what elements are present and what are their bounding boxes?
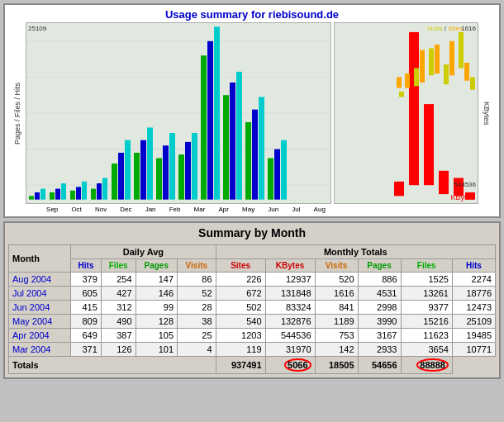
main-container: Usage summary for riebisound.de Pages / … — [0, 3, 504, 379]
month-link[interactable]: Apr 2004 — [12, 330, 50, 340]
totals-pages: 18505 — [315, 357, 358, 374]
summary-table: Month Daily Avg Monthly Totals Hits File… — [8, 244, 496, 374]
monthly-kbytes: 132876 — [265, 315, 315, 329]
svg-rect-19 — [125, 140, 131, 200]
svg-rect-10 — [61, 183, 66, 200]
monthly-visits: 753 — [315, 329, 358, 343]
svg-rect-55 — [449, 41, 454, 75]
svg-rect-44 — [439, 171, 449, 194]
daily-hits: 605 — [71, 287, 102, 301]
daily-pages: 99 — [136, 301, 177, 315]
chart-container: Usage summary for riebisound.de Pages / … — [3, 3, 501, 218]
header-row-1: Month Daily Avg Monthly Totals — [9, 245, 496, 259]
daily-hits: 371 — [71, 343, 102, 357]
monthly-pages: 2933 — [358, 343, 401, 357]
right-bar-chart: Visits / Sites 1616 544536 KBytes — [334, 22, 478, 204]
svg-rect-41 — [409, 32, 419, 185]
daily-visits: 52 — [178, 287, 216, 301]
svg-rect-34 — [236, 72, 242, 200]
monthly-pages: 3990 — [358, 315, 401, 329]
month-link[interactable]: Aug 2004 — [12, 274, 51, 284]
col-pages: Pages — [136, 259, 177, 273]
svg-rect-35 — [245, 122, 251, 200]
col-files2: Files — [401, 259, 452, 273]
col-sites: Sites — [216, 259, 265, 273]
circled-visits: 5066 — [284, 358, 311, 372]
svg-rect-43 — [394, 182, 404, 196]
month-link[interactable]: Jul 2004 — [12, 288, 47, 298]
monthly-pages: 2998 — [358, 301, 401, 315]
svg-rect-30 — [207, 41, 213, 200]
svg-rect-48 — [414, 69, 419, 87]
monthly-sites: 540 — [216, 315, 265, 329]
svg-rect-42 — [424, 104, 434, 185]
monthly-totals-header: Monthly Totals — [216, 245, 495, 259]
monthly-visits: 1616 — [315, 287, 358, 301]
table-row: Apr 2004 649 387 105 25 1203 544536 753 … — [9, 329, 496, 343]
svg-rect-7 — [40, 189, 45, 200]
monthly-kbytes: 31970 — [265, 343, 315, 357]
monthly-files: 15216 — [401, 315, 452, 329]
circled-hits: 88888 — [416, 358, 449, 372]
month-cell[interactable]: Mar 2004 — [9, 343, 71, 357]
col-visits2: Visits — [315, 259, 358, 273]
monthly-files: 3654 — [401, 343, 452, 357]
svg-rect-37 — [259, 97, 264, 199]
svg-rect-31 — [214, 26, 220, 199]
daily-pages: 101 — [136, 343, 177, 357]
header-row-2: Hits Files Pages Visits Sites KBytes Vis… — [9, 259, 496, 273]
svg-rect-52 — [399, 92, 404, 97]
svg-rect-56 — [464, 63, 469, 81]
daily-pages: 147 — [136, 273, 177, 287]
monthly-files: 13261 — [401, 287, 452, 301]
svg-rect-26 — [178, 154, 184, 200]
svg-rect-25 — [169, 133, 175, 200]
monthly-sites: 1203 — [216, 329, 265, 343]
svg-rect-51 — [470, 77, 475, 89]
month-cell[interactable]: Jun 2004 — [9, 301, 71, 315]
svg-rect-50 — [444, 64, 449, 84]
svg-rect-38 — [268, 159, 273, 200]
chart-title: Usage summary for riebisound.de — [8, 8, 496, 21]
svg-rect-57 — [405, 73, 410, 88]
svg-rect-28 — [192, 133, 197, 200]
left-bar-chart: 25109 — [26, 22, 331, 204]
table-row: Jul 2004 605 427 146 52 672 131848 1616 … — [9, 287, 496, 301]
month-header: Month — [9, 245, 71, 273]
month-cell[interactable]: Apr 2004 — [9, 329, 71, 343]
svg-rect-12 — [76, 187, 81, 199]
month-cell[interactable]: May 2004 — [9, 315, 71, 329]
month-link[interactable]: May 2004 — [12, 316, 52, 326]
month-cell[interactable]: Jul 2004 — [9, 287, 71, 301]
svg-rect-22 — [147, 127, 153, 199]
y-axis-label: Pages / Files / Hits — [12, 22, 23, 204]
svg-rect-49 — [429, 49, 434, 76]
daily-pages: 128 — [136, 315, 177, 329]
daily-files: 427 — [101, 287, 136, 301]
svg-rect-8 — [50, 192, 55, 200]
monthly-visits: 841 — [315, 301, 358, 315]
svg-rect-39 — [274, 149, 280, 200]
month-link[interactable]: Mar 2004 — [12, 344, 50, 354]
daily-hits: 415 — [71, 301, 102, 315]
daily-visits: 25 — [178, 329, 216, 343]
monthly-kbytes: 12937 — [265, 273, 315, 287]
svg-rect-32 — [223, 95, 229, 199]
svg-rect-54 — [435, 45, 440, 73]
month-cell[interactable]: Aug 2004 — [9, 273, 71, 287]
col-pages2: Pages — [358, 259, 401, 273]
monthly-pages: 3167 — [358, 329, 401, 343]
monthly-kbytes: 544536 — [265, 329, 315, 343]
col-hits: Hits — [71, 259, 102, 273]
daily-files: 387 — [101, 329, 136, 343]
month-link[interactable]: Jun 2004 — [12, 302, 50, 312]
svg-rect-33 — [230, 83, 235, 200]
monthly-hits: 12473 — [452, 301, 495, 315]
monthly-pages: 886 — [358, 273, 401, 287]
svg-rect-9 — [55, 189, 60, 200]
summary-title: Summary by Month — [8, 226, 496, 239]
daily-hits: 809 — [71, 315, 102, 329]
x-axis-labels: Sep Oct Nov Dec Jan Feb Mar Apr May Jun … — [8, 206, 496, 213]
monthly-visits: 520 — [315, 273, 358, 287]
svg-rect-15 — [97, 183, 102, 200]
